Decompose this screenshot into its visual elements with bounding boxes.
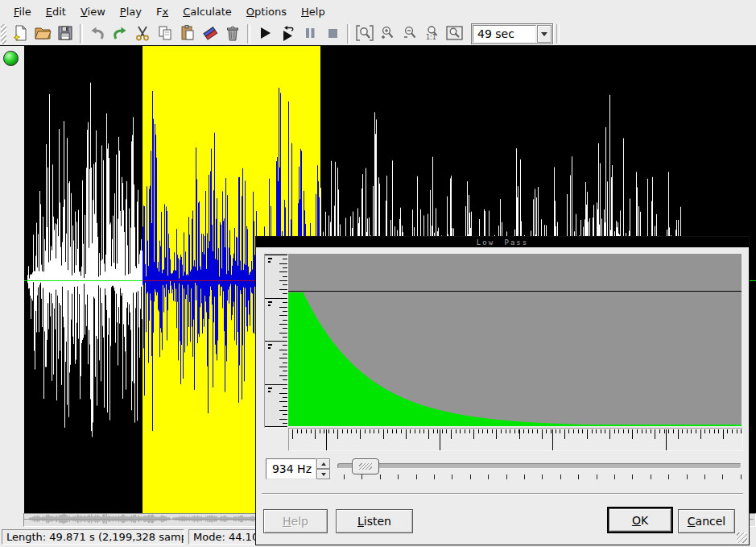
frequency-spinner [316, 458, 330, 479]
stop-button[interactable] [322, 23, 343, 44]
save-floppy-icon [56, 24, 74, 44]
ok-button[interactable]: OK [609, 508, 671, 532]
menu-help[interactable]: Help [294, 2, 333, 22]
zoom-duration-combo: 49 sec [471, 23, 553, 44]
gain-ruler [264, 254, 288, 428]
zoom-to-fit-icon [445, 24, 465, 44]
filter-response-graph[interactable] [288, 254, 742, 426]
undo-icon [89, 24, 106, 44]
low-pass-dialog: Low Pass 934 Hz Help Listen OK Cancel [255, 236, 750, 545]
svg-text:1:1: 1:1 [426, 34, 436, 41]
toolbar-separator [247, 24, 250, 44]
resize-grip[interactable] [737, 532, 747, 543]
help-button: Help [263, 509, 328, 533]
play-button[interactable] [254, 23, 275, 44]
new-file-icon [11, 24, 29, 44]
pause-button[interactable] [300, 23, 320, 44]
record-indicator-led[interactable] [3, 51, 19, 66]
zoom-duration-value[interactable]: 49 sec [473, 25, 536, 43]
chevron-up-icon [321, 462, 326, 466]
eraser-icon [201, 24, 219, 44]
zoom-in-button[interactable] [377, 23, 398, 44]
menu-bar: File Edit View Play Fx Calculate Options… [0, 0, 756, 23]
menu-file[interactable]: File [6, 2, 39, 22]
slider-tick-marks [337, 474, 742, 481]
toolbar: 1:1 49 sec [0, 23, 756, 46]
menu-fx[interactable]: Fx [149, 2, 176, 22]
paste-icon [179, 24, 196, 44]
toolbar-separator [347, 24, 350, 44]
frequency-slider-track[interactable] [337, 463, 742, 469]
copy-icon [156, 24, 174, 44]
slider-grip-icon [359, 463, 372, 470]
menu-edit[interactable]: Edit [39, 2, 73, 22]
app-window: File Edit View Play Fx Calculate Options… [0, 0, 756, 547]
spin-down-button[interactable] [316, 469, 330, 479]
undo-button[interactable] [87, 23, 108, 44]
chevron-down-icon [321, 473, 326, 476]
chevron-down-icon [541, 32, 547, 36]
new-file-button[interactable] [10, 23, 31, 44]
zoom-out-icon [401, 24, 419, 44]
save-button[interactable] [55, 23, 76, 44]
zoom-to-selection-icon [355, 24, 374, 44]
menu-calculate[interactable]: Calculate [176, 2, 239, 22]
menu-play[interactable]: Play [113, 2, 149, 22]
redo-button[interactable] [109, 23, 130, 44]
zoom-to-selection-button[interactable] [354, 23, 375, 44]
zoom-normal-button[interactable]: 1:1 [422, 23, 443, 44]
zoom-one-to-one-icon: 1:1 [423, 24, 442, 44]
status-length: Length: 49.871 s (2,199,328 samples) [2, 529, 184, 545]
spin-up-button[interactable] [316, 458, 330, 469]
cut-scissors-icon [134, 24, 151, 44]
pause-icon [301, 24, 319, 44]
toolbar-drag-handle[interactable] [1, 24, 6, 44]
paste-button[interactable] [177, 23, 198, 44]
zoom-out-button[interactable] [399, 23, 420, 44]
zoom-in-icon [378, 24, 396, 44]
stop-icon [324, 24, 341, 44]
menu-view[interactable]: View [73, 2, 113, 22]
redo-icon [111, 24, 129, 44]
dialog-title: Low Pass [477, 238, 528, 247]
menu-options[interactable]: Options [239, 2, 294, 22]
dialog-titlebar[interactable]: Low Pass [256, 237, 749, 247]
toolbar-separator [80, 24, 83, 44]
frequency-input[interactable]: 934 Hz [266, 458, 316, 479]
delete-button[interactable] [222, 23, 243, 44]
ok-button-default-frame: OK [607, 507, 673, 533]
waveform-sidebar [0, 46, 24, 513]
play-icon [256, 24, 274, 44]
cancel-button[interactable]: Cancel [678, 509, 735, 533]
frequency-ruler [288, 428, 743, 451]
cut-button[interactable] [132, 23, 153, 44]
loop-play-icon [279, 24, 296, 44]
dialog-separator [262, 493, 743, 495]
trash-icon [224, 24, 242, 44]
erase-button[interactable] [200, 23, 221, 44]
toolbar-separator [556, 24, 560, 44]
loop-play-button[interactable] [277, 23, 298, 44]
zoom-duration-dropdown-button[interactable] [537, 25, 552, 43]
open-button[interactable] [32, 23, 53, 44]
frequency-slider-handle[interactable] [352, 458, 379, 474]
copy-button[interactable] [155, 23, 176, 44]
listen-button[interactable]: Listen [336, 509, 413, 533]
open-folder-icon [34, 24, 52, 44]
zoom-to-fit-button[interactable] [444, 23, 465, 44]
